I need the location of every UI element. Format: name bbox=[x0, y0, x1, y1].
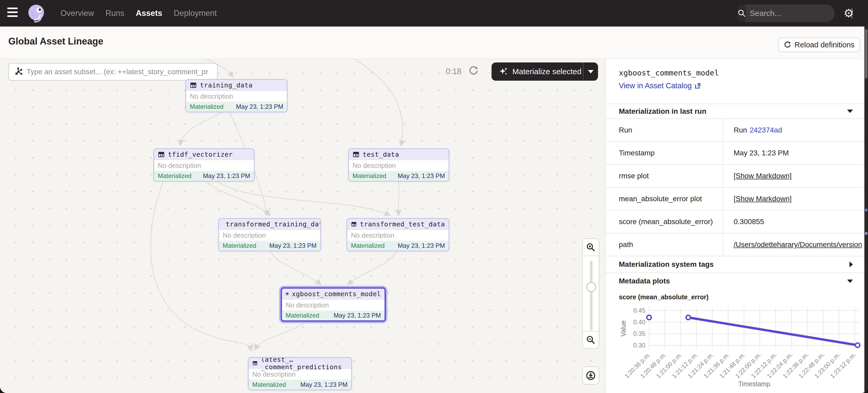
status-badge: Materialized bbox=[252, 381, 286, 388]
status-badge: Materialized bbox=[286, 312, 319, 319]
section-materialization-system-tags[interactable]: Materialization system tags bbox=[606, 256, 864, 272]
node-footer: Materialized May 23, 1:23 PM bbox=[347, 241, 448, 251]
reload-icon bbox=[784, 41, 792, 49]
zoom-slider-handle[interactable] bbox=[586, 282, 596, 292]
asset-node-test-data[interactable]: test_data No description Materialized Ma… bbox=[348, 149, 450, 182]
node-header: tfidf_vectorizer bbox=[154, 149, 254, 160]
nav-tab-overview[interactable]: Overview bbox=[60, 9, 94, 18]
selected-asset-title: xgboost_comments_model bbox=[619, 68, 853, 77]
search-input[interactable] bbox=[746, 9, 851, 18]
table-row-path: path /Users/odetteharary/Documents/versi… bbox=[606, 233, 864, 256]
node-header: transformed_training_data bbox=[219, 219, 320, 230]
table-icon bbox=[158, 151, 165, 158]
view-in-asset-catalog-link[interactable]: View in Asset Catalog bbox=[619, 81, 853, 90]
show-markdown-link[interactable]: [Show Markdown] bbox=[734, 195, 792, 203]
page-title: Global Asset Lineage bbox=[8, 36, 103, 47]
asset-description: No description bbox=[349, 160, 448, 171]
top-nav-bar: Overview Runs Assets Deployment / ⚙ bbox=[0, 0, 868, 27]
panel-header: xgboost_comments_model View in Asset Cat… bbox=[606, 59, 864, 104]
asset-lineage-graph[interactable]: 0:18 Materialize selected training_data bbox=[0, 59, 605, 393]
status-badge: Materialized bbox=[190, 103, 223, 110]
table-row-mae-plot: mean_absolute_error plot [Show Markdown] bbox=[606, 187, 864, 210]
status-badge: Materialized bbox=[351, 242, 384, 249]
sparkle-icon bbox=[498, 66, 509, 77]
materialize-dropdown-caret[interactable] bbox=[583, 70, 598, 73]
zoom-out-button[interactable] bbox=[583, 332, 599, 348]
run-id-link[interactable]: 242374ad bbox=[749, 126, 782, 134]
chevron-down-icon bbox=[847, 280, 853, 283]
node-header: xgboost_comments_model bbox=[282, 289, 384, 300]
window-scrollbar[interactable] bbox=[864, 27, 868, 393]
dagster-logo[interactable] bbox=[27, 4, 46, 23]
status-badge: Materialized bbox=[158, 172, 191, 179]
nav-tab-runs[interactable]: Runs bbox=[105, 9, 124, 18]
asset-description: No description bbox=[154, 160, 254, 171]
asset-name: training_data bbox=[200, 81, 252, 89]
asset-description: No description bbox=[347, 230, 448, 241]
asset-name: transformed_training_data bbox=[226, 221, 321, 228]
asset-name: tfidf_vectorizer bbox=[168, 151, 233, 158]
score-line-chart: 0.300.350.400.451:20:36 p.m.1:20:48 p.m.… bbox=[612, 302, 864, 393]
status-badge: Materialized bbox=[223, 242, 256, 249]
asset-details-panel: xgboost_comments_model View in Asset Cat… bbox=[605, 59, 864, 393]
asset-subset-input[interactable] bbox=[23, 67, 217, 76]
table-row-rmse-plot: rmse plot [Show Markdown] bbox=[606, 164, 864, 187]
asset-node-transformed-training-data[interactable]: transformed_training_data No description… bbox=[218, 218, 321, 252]
materialization-date: May 23, 1:23 PM bbox=[334, 312, 381, 319]
table-icon bbox=[252, 360, 258, 367]
materialize-selected-button[interactable]: Materialize selected bbox=[492, 62, 598, 81]
chevron-down-icon bbox=[847, 109, 853, 113]
asset-node-transformed-test-data[interactable]: transformed_test_data No description Mat… bbox=[346, 218, 450, 252]
download-graph-button[interactable] bbox=[582, 366, 599, 385]
node-footer: Materialized May 23, 1:23 PM bbox=[282, 310, 384, 320]
node-footer: Materialized May 23, 1:23 PM bbox=[249, 380, 351, 390]
materialize-label: Materialize selected bbox=[513, 67, 581, 76]
download-icon bbox=[586, 370, 596, 381]
nav-tab-deployment[interactable]: Deployment bbox=[174, 9, 217, 18]
asset-node-xgboost-comments-model[interactable]: xgboost_comments_model No description Ma… bbox=[281, 287, 386, 322]
table-row-timestamp: Timestamp May 23, 1:23 PM bbox=[606, 141, 864, 164]
node-header: training_data bbox=[186, 80, 287, 91]
asset-node-training-data[interactable]: training_data No description Materialize… bbox=[185, 79, 288, 112]
asset-subset-filter[interactable] bbox=[8, 63, 218, 81]
main-nav-tabs: Overview Runs Assets Deployment bbox=[60, 0, 217, 27]
scrollbar-thumb[interactable] bbox=[865, 29, 867, 78]
hamburger-menu-icon[interactable] bbox=[7, 7, 18, 19]
node-header: latest_…_comment_predictions bbox=[249, 358, 351, 369]
scrollbar-mark bbox=[865, 232, 867, 235]
materialization-date: May 23, 1:23 PM bbox=[270, 242, 317, 249]
zoom-in-button[interactable] bbox=[583, 239, 599, 256]
section-metadata-plots[interactable]: Metadata plots bbox=[606, 272, 864, 289]
asset-node-latest-comment-predictions[interactable]: latest_…_comment_predictions No descript… bbox=[248, 357, 352, 390]
asset-name: latest_…_comment_predictions bbox=[261, 357, 347, 371]
node-footer: Materialized May 23, 1:23 PM bbox=[154, 171, 254, 181]
materialization-date: May 23, 1:23 PM bbox=[301, 381, 347, 388]
reload-definitions-button[interactable]: Reload definitions bbox=[778, 37, 860, 52]
table-icon bbox=[352, 151, 360, 158]
nav-tab-assets[interactable]: Assets bbox=[136, 9, 162, 18]
external-link-icon bbox=[694, 83, 701, 89]
svg-text:0.30: 0.30 bbox=[633, 342, 645, 349]
asset-name: transformed_test_data bbox=[360, 221, 445, 228]
asset-node-tfidf-vectorizer[interactable]: tfidf_vectorizer No description Material… bbox=[153, 149, 255, 182]
dagster-octopus-icon bbox=[27, 4, 46, 23]
refresh-icon[interactable] bbox=[468, 65, 479, 77]
refresh-timer: 0:18 bbox=[446, 67, 461, 76]
global-search[interactable]: / bbox=[737, 4, 835, 22]
chart-title: score (mean_absolute_error) bbox=[606, 289, 864, 302]
asset-graph-filter-icon bbox=[13, 67, 23, 76]
metadata-table: Run Run 242374ad Timestamp May 23, 1:23 … bbox=[606, 119, 864, 256]
svg-text:Value: Value bbox=[620, 320, 627, 336]
search-icon bbox=[737, 4, 746, 22]
materialization-date: May 23, 1:23 PM bbox=[236, 103, 283, 110]
svg-text:0.35: 0.35 bbox=[633, 330, 645, 337]
asset-name: xgboost_comments_model bbox=[292, 290, 381, 298]
node-header: test_data bbox=[349, 149, 448, 160]
path-link[interactable]: /Users/odetteharary/Documents/version bbox=[734, 240, 862, 249]
zoom-controls bbox=[582, 238, 599, 349]
section-materialization-last-run[interactable]: Materialization in last run bbox=[606, 104, 864, 119]
settings-gear-icon[interactable]: ⚙ bbox=[843, 6, 854, 20]
show-markdown-link[interactable]: [Show Markdown] bbox=[734, 172, 792, 180]
status-badge: Materialized bbox=[352, 172, 386, 179]
zoom-slider-track[interactable] bbox=[590, 261, 593, 331]
